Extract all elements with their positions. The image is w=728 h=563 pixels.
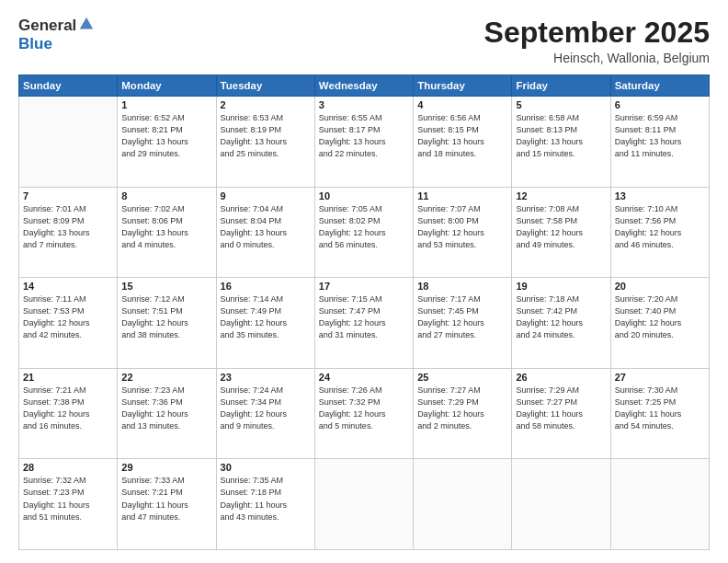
calendar-cell: 4Sunrise: 6:56 AM Sunset: 8:15 PM Daylig… — [414, 97, 512, 188]
day-info: Sunrise: 7:23 AM Sunset: 7:36 PM Dayligh… — [121, 385, 211, 432]
calendar-cell: 16Sunrise: 7:14 AM Sunset: 7:49 PM Dayli… — [216, 278, 314, 369]
calendar-cell — [610, 459, 709, 550]
calendar-cell: 10Sunrise: 7:05 AM Sunset: 8:02 PM Dayli… — [314, 187, 413, 278]
day-info: Sunrise: 7:17 AM Sunset: 7:45 PM Dayligh… — [417, 293, 507, 341]
calendar-cell: 11Sunrise: 7:07 AM Sunset: 8:00 PM Dayli… — [414, 187, 512, 278]
day-number: 8 — [121, 190, 211, 201]
day-header-sunday: Sunday — [19, 75, 118, 97]
day-number: 18 — [417, 281, 507, 292]
header: General Blue September 2025 Heinsch, Wal… — [18, 17, 710, 65]
calendar-cell: 8Sunrise: 7:02 AM Sunset: 8:06 PM Daylig… — [118, 187, 216, 278]
day-number: 21 — [23, 372, 113, 383]
calendar-cell: 6Sunrise: 6:59 AM Sunset: 8:11 PM Daylig… — [610, 97, 709, 188]
calendar-cell: 26Sunrise: 7:29 AM Sunset: 7:27 PM Dayli… — [512, 368, 610, 459]
calendar-header-row: SundayMondayTuesdayWednesdayThursdayFrid… — [19, 75, 710, 97]
calendar-cell: 21Sunrise: 7:21 AM Sunset: 7:38 PM Dayli… — [19, 368, 118, 459]
day-info: Sunrise: 7:15 AM Sunset: 7:47 PM Dayligh… — [319, 293, 409, 341]
calendar-week-row: 21Sunrise: 7:21 AM Sunset: 7:38 PM Dayli… — [19, 368, 710, 459]
day-number: 20 — [615, 281, 705, 292]
calendar-cell — [414, 459, 512, 550]
day-number: 4 — [417, 99, 507, 110]
calendar-cell: 2Sunrise: 6:53 AM Sunset: 8:19 PM Daylig… — [216, 97, 314, 188]
day-info: Sunrise: 7:29 AM Sunset: 7:27 PM Dayligh… — [516, 385, 606, 432]
calendar-cell: 15Sunrise: 7:12 AM Sunset: 7:51 PM Dayli… — [118, 278, 216, 369]
calendar-cell: 29Sunrise: 7:33 AM Sunset: 7:21 PM Dayli… — [118, 459, 216, 550]
day-info: Sunrise: 6:56 AM Sunset: 8:15 PM Dayligh… — [417, 112, 507, 160]
calendar-cell: 22Sunrise: 7:23 AM Sunset: 7:36 PM Dayli… — [118, 368, 216, 459]
calendar-cell: 28Sunrise: 7:32 AM Sunset: 7:23 PM Dayli… — [19, 459, 118, 550]
day-info: Sunrise: 7:30 AM Sunset: 7:25 PM Dayligh… — [615, 385, 705, 432]
day-info: Sunrise: 6:52 AM Sunset: 8:21 PM Dayligh… — [121, 112, 211, 160]
day-number: 22 — [121, 372, 211, 383]
day-number: 10 — [319, 190, 409, 201]
day-number: 5 — [516, 99, 606, 110]
day-number: 11 — [417, 190, 507, 201]
day-info: Sunrise: 6:53 AM Sunset: 8:19 PM Dayligh… — [221, 112, 311, 160]
day-number: 28 — [23, 462, 113, 473]
calendar-cell: 25Sunrise: 7:27 AM Sunset: 7:29 PM Dayli… — [414, 368, 512, 459]
calendar-cell: 18Sunrise: 7:17 AM Sunset: 7:45 PM Dayli… — [414, 278, 512, 369]
day-number: 13 — [615, 190, 705, 201]
day-number: 12 — [516, 190, 606, 201]
day-number: 27 — [615, 372, 705, 383]
day-info: Sunrise: 7:10 AM Sunset: 7:56 PM Dayligh… — [615, 203, 705, 251]
day-header-monday: Monday — [118, 75, 216, 97]
day-number: 17 — [319, 281, 409, 292]
day-info: Sunrise: 7:05 AM Sunset: 8:02 PM Dayligh… — [319, 203, 409, 251]
day-info: Sunrise: 7:27 AM Sunset: 7:29 PM Dayligh… — [417, 385, 507, 432]
day-number: 15 — [121, 281, 211, 292]
day-header-wednesday: Wednesday — [314, 75, 413, 97]
calendar-cell: 1Sunrise: 6:52 AM Sunset: 8:21 PM Daylig… — [118, 97, 216, 188]
day-info: Sunrise: 7:26 AM Sunset: 7:32 PM Dayligh… — [319, 385, 409, 432]
calendar-week-row: 7Sunrise: 7:01 AM Sunset: 8:09 PM Daylig… — [19, 187, 710, 278]
calendar-week-row: 1Sunrise: 6:52 AM Sunset: 8:21 PM Daylig… — [19, 97, 710, 188]
day-header-thursday: Thursday — [414, 75, 512, 97]
calendar-week-row: 14Sunrise: 7:11 AM Sunset: 7:53 PM Dayli… — [19, 278, 710, 369]
day-number: 26 — [516, 372, 606, 383]
day-number: 24 — [319, 372, 409, 383]
location: Heinsch, Wallonia, Belgium — [484, 51, 710, 65]
calendar-cell: 9Sunrise: 7:04 AM Sunset: 8:04 PM Daylig… — [216, 187, 314, 278]
svg-marker-0 — [80, 17, 93, 29]
calendar-cell: 27Sunrise: 7:30 AM Sunset: 7:25 PM Dayli… — [610, 368, 709, 459]
day-number: 16 — [221, 281, 311, 292]
logo-icon — [78, 16, 95, 32]
day-number: 1 — [121, 99, 211, 110]
day-info: Sunrise: 7:04 AM Sunset: 8:04 PM Dayligh… — [221, 203, 311, 251]
day-info: Sunrise: 7:33 AM Sunset: 7:21 PM Dayligh… — [121, 475, 211, 523]
day-info: Sunrise: 6:55 AM Sunset: 8:17 PM Dayligh… — [319, 112, 409, 160]
day-info: Sunrise: 7:07 AM Sunset: 8:00 PM Dayligh… — [417, 203, 507, 251]
calendar-cell — [19, 97, 118, 188]
day-number: 23 — [221, 372, 311, 383]
day-info: Sunrise: 7:18 AM Sunset: 7:42 PM Dayligh… — [516, 293, 606, 341]
logo-general-text: General — [18, 17, 76, 35]
day-info: Sunrise: 7:12 AM Sunset: 7:51 PM Dayligh… — [121, 293, 211, 341]
title-block: September 2025 Heinsch, Wallonia, Belgiu… — [484, 17, 710, 65]
day-number: 14 — [23, 281, 113, 292]
logo-blue-text: Blue — [18, 35, 52, 53]
calendar-cell: 17Sunrise: 7:15 AM Sunset: 7:47 PM Dayli… — [314, 278, 413, 369]
page: General Blue September 2025 Heinsch, Wal… — [0, 0, 728, 563]
calendar-cell: 23Sunrise: 7:24 AM Sunset: 7:34 PM Dayli… — [216, 368, 314, 459]
calendar-cell: 24Sunrise: 7:26 AM Sunset: 7:32 PM Dayli… — [314, 368, 413, 459]
day-info: Sunrise: 7:21 AM Sunset: 7:38 PM Dayligh… — [23, 385, 113, 432]
calendar-cell — [512, 459, 610, 550]
day-header-friday: Friday — [512, 75, 610, 97]
day-number: 25 — [417, 372, 507, 383]
calendar-cell: 5Sunrise: 6:58 AM Sunset: 8:13 PM Daylig… — [512, 97, 610, 188]
day-info: Sunrise: 7:32 AM Sunset: 7:23 PM Dayligh… — [23, 475, 113, 523]
day-info: Sunrise: 6:59 AM Sunset: 8:11 PM Dayligh… — [615, 112, 705, 160]
calendar-cell: 7Sunrise: 7:01 AM Sunset: 8:09 PM Daylig… — [19, 187, 118, 278]
calendar-week-row: 28Sunrise: 7:32 AM Sunset: 7:23 PM Dayli… — [19, 459, 710, 550]
logo: General Blue — [18, 17, 95, 53]
calendar-cell: 19Sunrise: 7:18 AM Sunset: 7:42 PM Dayli… — [512, 278, 610, 369]
calendar-cell: 20Sunrise: 7:20 AM Sunset: 7:40 PM Dayli… — [610, 278, 709, 369]
day-number: 30 — [221, 462, 311, 473]
day-info: Sunrise: 7:35 AM Sunset: 7:18 PM Dayligh… — [221, 475, 311, 523]
day-info: Sunrise: 7:02 AM Sunset: 8:06 PM Dayligh… — [121, 203, 211, 251]
calendar-cell: 13Sunrise: 7:10 AM Sunset: 7:56 PM Dayli… — [610, 187, 709, 278]
day-info: Sunrise: 7:20 AM Sunset: 7:40 PM Dayligh… — [615, 293, 705, 341]
day-info: Sunrise: 7:14 AM Sunset: 7:49 PM Dayligh… — [221, 293, 311, 341]
calendar-cell: 30Sunrise: 7:35 AM Sunset: 7:18 PM Dayli… — [216, 459, 314, 550]
day-info: Sunrise: 7:08 AM Sunset: 7:58 PM Dayligh… — [516, 203, 606, 251]
